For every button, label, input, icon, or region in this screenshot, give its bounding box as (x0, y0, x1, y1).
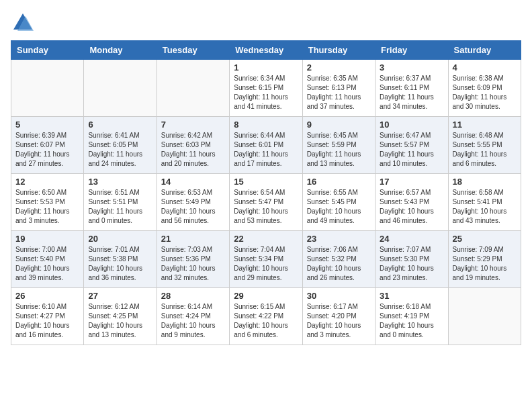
calendar-cell: 15Sunrise: 6:54 AM Sunset: 5:47 PM Dayli… (230, 174, 302, 231)
day-number: 18 (453, 177, 517, 187)
day-info: Sunrise: 6:41 AM Sunset: 6:05 PM Dayligh… (88, 131, 152, 169)
header-monday: Monday (84, 41, 157, 60)
calendar-week-row: 1Sunrise: 6:34 AM Sunset: 6:15 PM Daylig… (11, 60, 521, 117)
day-number: 4 (453, 62, 517, 73)
day-number: 19 (15, 234, 79, 244)
day-info: Sunrise: 6:39 AM Sunset: 6:07 PM Dayligh… (15, 131, 79, 169)
calendar-cell: 29Sunrise: 6:15 AM Sunset: 4:22 PM Dayli… (230, 288, 302, 345)
calendar-cell (157, 60, 229, 117)
header-friday: Friday (375, 41, 448, 60)
day-number: 6 (88, 120, 152, 130)
day-info: Sunrise: 6:48 AM Sunset: 5:55 PM Dayligh… (453, 131, 517, 169)
day-number: 20 (88, 234, 152, 244)
calendar-cell: 21Sunrise: 7:03 AM Sunset: 5:36 PM Dayli… (157, 231, 229, 288)
day-number: 10 (380, 120, 443, 130)
calendar-week-row: 19Sunrise: 7:00 AM Sunset: 5:40 PM Dayli… (11, 231, 521, 288)
day-info: Sunrise: 6:45 AM Sunset: 5:59 PM Dayligh… (307, 131, 371, 169)
day-number: 5 (15, 120, 79, 130)
day-number: 15 (234, 177, 298, 187)
day-info: Sunrise: 6:37 AM Sunset: 6:11 PM Dayligh… (380, 74, 443, 111)
day-info: Sunrise: 6:42 AM Sunset: 6:03 PM Dayligh… (161, 131, 225, 169)
day-number: 27 (88, 291, 152, 301)
day-info: Sunrise: 6:15 AM Sunset: 4:22 PM Dayligh… (234, 302, 298, 340)
calendar-cell: 13Sunrise: 6:51 AM Sunset: 5:51 PM Dayli… (84, 174, 157, 231)
day-info: Sunrise: 6:10 AM Sunset: 4:27 PM Dayligh… (15, 302, 79, 340)
calendar-cell (84, 60, 157, 117)
calendar-header-row: SundayMondayTuesdayWednesdayThursdayFrid… (11, 41, 521, 60)
day-info: Sunrise: 7:06 AM Sunset: 5:32 PM Dayligh… (307, 245, 371, 283)
day-number: 8 (234, 120, 298, 130)
day-info: Sunrise: 7:00 AM Sunset: 5:40 PM Dayligh… (15, 245, 79, 283)
calendar-week-row: 5Sunrise: 6:39 AM Sunset: 6:07 PM Daylig… (11, 117, 521, 174)
day-info: Sunrise: 6:14 AM Sunset: 4:24 PM Dayligh… (161, 302, 225, 340)
calendar-cell: 6Sunrise: 6:41 AM Sunset: 6:05 PM Daylig… (84, 117, 157, 174)
calendar-cell (448, 288, 521, 345)
page-header (11, 11, 521, 35)
header-tuesday: Tuesday (157, 41, 229, 60)
calendar-cell: 25Sunrise: 7:09 AM Sunset: 5:29 PM Dayli… (448, 231, 521, 288)
day-number: 9 (307, 120, 371, 130)
day-number: 23 (307, 234, 371, 244)
day-number: 30 (307, 291, 371, 301)
day-number: 25 (453, 234, 517, 244)
day-info: Sunrise: 6:55 AM Sunset: 5:45 PM Dayligh… (307, 188, 371, 226)
day-number: 14 (161, 177, 225, 187)
calendar-cell: 28Sunrise: 6:14 AM Sunset: 4:24 PM Dayli… (157, 288, 229, 345)
header-saturday: Saturday (448, 41, 521, 60)
calendar-cell: 4Sunrise: 6:38 AM Sunset: 6:09 PM Daylig… (448, 60, 521, 117)
day-info: Sunrise: 6:54 AM Sunset: 5:47 PM Dayligh… (234, 188, 298, 226)
header-sunday: Sunday (11, 41, 84, 60)
day-number: 12 (15, 177, 79, 187)
calendar-cell: 27Sunrise: 6:12 AM Sunset: 4:25 PM Dayli… (84, 288, 157, 345)
day-info: Sunrise: 7:01 AM Sunset: 5:38 PM Dayligh… (88, 245, 152, 283)
calendar-cell: 20Sunrise: 7:01 AM Sunset: 5:38 PM Dayli… (84, 231, 157, 288)
day-number: 31 (380, 291, 443, 301)
calendar-cell: 8Sunrise: 6:44 AM Sunset: 6:01 PM Daylig… (230, 117, 302, 174)
calendar-cell: 23Sunrise: 7:06 AM Sunset: 5:32 PM Dayli… (302, 231, 375, 288)
day-number: 7 (161, 120, 225, 130)
day-number: 3 (380, 62, 443, 73)
day-info: Sunrise: 6:44 AM Sunset: 6:01 PM Dayligh… (234, 131, 298, 169)
calendar-cell: 24Sunrise: 7:07 AM Sunset: 5:30 PM Dayli… (375, 231, 448, 288)
calendar-cell: 26Sunrise: 6:10 AM Sunset: 4:27 PM Dayli… (11, 288, 84, 345)
calendar-cell: 3Sunrise: 6:37 AM Sunset: 6:11 PM Daylig… (375, 60, 448, 117)
day-number: 26 (15, 291, 79, 301)
day-info: Sunrise: 7:07 AM Sunset: 5:30 PM Dayligh… (380, 245, 443, 283)
day-number: 28 (161, 291, 225, 301)
day-info: Sunrise: 7:03 AM Sunset: 5:36 PM Dayligh… (161, 245, 225, 283)
day-info: Sunrise: 7:04 AM Sunset: 5:34 PM Dayligh… (234, 245, 298, 283)
day-info: Sunrise: 6:51 AM Sunset: 5:51 PM Dayligh… (88, 188, 152, 226)
calendar-week-row: 26Sunrise: 6:10 AM Sunset: 4:27 PM Dayli… (11, 288, 521, 345)
day-number: 24 (380, 234, 443, 244)
day-info: Sunrise: 6:47 AM Sunset: 5:57 PM Dayligh… (380, 131, 443, 169)
day-info: Sunrise: 6:58 AM Sunset: 5:41 PM Dayligh… (453, 188, 517, 226)
header-thursday: Thursday (302, 41, 375, 60)
day-number: 17 (380, 177, 443, 187)
calendar-cell: 10Sunrise: 6:47 AM Sunset: 5:57 PM Dayli… (375, 117, 448, 174)
day-info: Sunrise: 6:50 AM Sunset: 5:53 PM Dayligh… (15, 188, 79, 226)
calendar-table: SundayMondayTuesdayWednesdayThursdayFrid… (11, 40, 521, 345)
day-info: Sunrise: 6:57 AM Sunset: 5:43 PM Dayligh… (380, 188, 443, 226)
calendar-cell: 14Sunrise: 6:53 AM Sunset: 5:49 PM Dayli… (157, 174, 229, 231)
calendar-cell: 7Sunrise: 6:42 AM Sunset: 6:03 PM Daylig… (157, 117, 229, 174)
day-number: 13 (88, 177, 152, 187)
day-number: 21 (161, 234, 225, 244)
calendar-week-row: 12Sunrise: 6:50 AM Sunset: 5:53 PM Dayli… (11, 174, 521, 231)
day-info: Sunrise: 6:38 AM Sunset: 6:09 PM Dayligh… (453, 74, 517, 111)
day-number: 2 (307, 62, 371, 73)
day-number: 11 (453, 120, 517, 130)
day-info: Sunrise: 6:34 AM Sunset: 6:15 PM Dayligh… (234, 74, 298, 111)
calendar-cell: 17Sunrise: 6:57 AM Sunset: 5:43 PM Dayli… (375, 174, 448, 231)
calendar-cell: 2Sunrise: 6:35 AM Sunset: 6:13 PM Daylig… (302, 60, 375, 117)
calendar-cell: 18Sunrise: 6:58 AM Sunset: 5:41 PM Dayli… (448, 174, 521, 231)
calendar-cell: 16Sunrise: 6:55 AM Sunset: 5:45 PM Dayli… (302, 174, 375, 231)
calendar-cell: 5Sunrise: 6:39 AM Sunset: 6:07 PM Daylig… (11, 117, 84, 174)
calendar-cell (11, 60, 84, 117)
logo-icon (11, 11, 35, 35)
day-number: 22 (234, 234, 298, 244)
day-info: Sunrise: 6:53 AM Sunset: 5:49 PM Dayligh… (161, 188, 225, 226)
day-info: Sunrise: 7:09 AM Sunset: 5:29 PM Dayligh… (453, 245, 517, 283)
calendar-cell: 12Sunrise: 6:50 AM Sunset: 5:53 PM Dayli… (11, 174, 84, 231)
day-info: Sunrise: 6:35 AM Sunset: 6:13 PM Dayligh… (307, 74, 371, 111)
logo (11, 11, 38, 35)
